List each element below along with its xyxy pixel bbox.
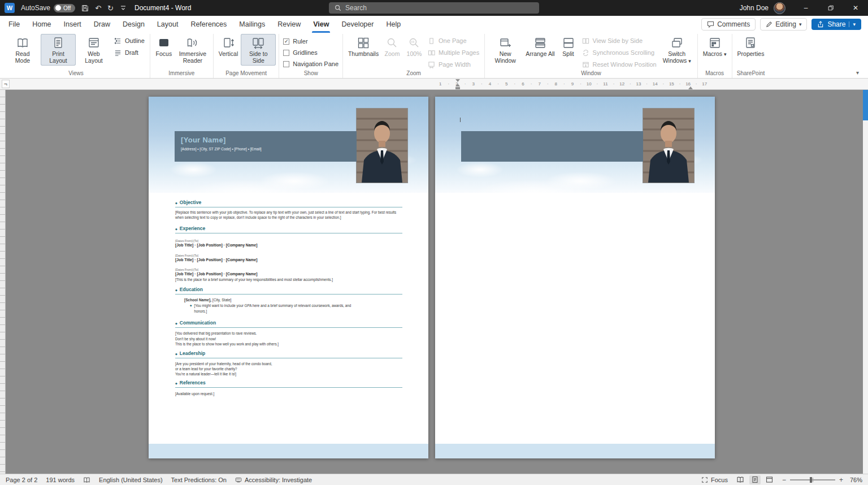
comments-button[interactable]: Comments	[701, 18, 756, 31]
close-button[interactable]: ✕	[843, 0, 868, 16]
profile-photo[interactable]	[356, 108, 408, 183]
tab-file[interactable]: File	[2, 16, 26, 33]
job-title[interactable]: [Job Title] · [Job Position] · [Company …	[175, 243, 402, 247]
left-indent-marker[interactable]	[455, 87, 460, 89]
text-predictions-status[interactable]: Text Predictions: On	[171, 477, 227, 483]
tab-help[interactable]: Help	[380, 16, 407, 33]
zoom-out-icon[interactable]: −	[782, 477, 786, 483]
section-communication-heading[interactable]: ◆Communication	[175, 320, 402, 328]
job-dates[interactable]: [Dates From]-[To]	[175, 239, 402, 242]
name-banner-empty[interactable]	[461, 131, 643, 162]
page-indicator[interactable]: Page 2 of 2	[6, 477, 37, 483]
print-layout-view-button[interactable]	[749, 475, 761, 484]
resume-contact[interactable]: [Address] • [City, ST ZIP Code] • [Phone…	[181, 147, 350, 151]
minimize-button[interactable]: –	[793, 0, 818, 16]
scrollbar-thumb[interactable]	[863, 90, 868, 120]
vertical-scrollbar[interactable]	[863, 90, 868, 474]
job-entry[interactable]: [Dates From]-[To] [Job Title] · [Job Pos…	[175, 254, 402, 262]
share-dropdown-icon[interactable]: ▾	[849, 21, 856, 27]
outline-button[interactable]: Outline	[112, 36, 147, 46]
zoom-slider[interactable]: − +	[782, 477, 843, 483]
collapse-ribbon-icon[interactable]: ▾	[856, 70, 859, 76]
section-objective-heading[interactable]: ◆Objective	[175, 200, 402, 207]
objective-text[interactable]: [Replace this sentence with your job obj…	[175, 210, 402, 220]
split-button[interactable]: Split	[558, 34, 579, 59]
tab-selector[interactable]: ¬	[2, 80, 10, 88]
profile-photo[interactable]	[643, 108, 695, 183]
redo-icon[interactable]: ↻	[107, 5, 114, 12]
undo-icon[interactable]: ↶	[95, 5, 101, 12]
ruler-checkbox[interactable]: ✓ Ruler	[282, 37, 340, 45]
web-layout-button[interactable]: Web Layout	[76, 34, 111, 66]
school-line[interactable]: [School Name], [City, State]	[184, 298, 402, 302]
read-mode-button[interactable]: Read Mode	[5, 34, 40, 66]
section-education-heading[interactable]: ◆Education	[175, 287, 402, 295]
references-text[interactable]: [Available upon request.]	[175, 391, 402, 396]
vertical-button[interactable]: Vertical	[216, 34, 240, 59]
print-layout-button[interactable]: Print Layout	[41, 34, 76, 66]
accessibility-status[interactable]: Accessibility: Investigate	[235, 477, 312, 483]
gridlines-checkbox[interactable]: Gridlines	[282, 49, 340, 57]
zoom-percentage[interactable]: 76%	[850, 477, 862, 483]
word-count[interactable]: 191 words	[46, 477, 75, 483]
section-references-heading[interactable]: ◆References	[175, 380, 402, 388]
save-icon[interactable]	[81, 5, 89, 12]
tab-view[interactable]: View	[307, 16, 335, 33]
job-title[interactable]: [Job Title] · [Job Position] · [Company …	[175, 258, 402, 262]
restore-button[interactable]	[818, 0, 843, 16]
resume-body[interactable]: ◆Objective [Replace this sentence with y…	[175, 198, 402, 396]
focus-button[interactable]: Focus	[153, 34, 175, 59]
avatar[interactable]	[774, 2, 785, 14]
zoom-thumb[interactable]	[810, 477, 812, 483]
switch-windows-button[interactable]: Switch Windows ▾	[659, 34, 695, 66]
tab-design[interactable]: Design	[116, 16, 151, 33]
job-summary[interactable]: [This is the place for a brief summary o…	[175, 277, 339, 282]
job-entry[interactable]: [Dates From]-[To] [Job Title] · [Job Pos…	[175, 268, 402, 282]
focus-mode-button[interactable]: Focus	[701, 477, 728, 483]
editing-mode-button[interactable]: Editing ▾	[760, 18, 807, 31]
arrange-all-button[interactable]: Arrange All	[523, 34, 557, 59]
communication-text[interactable]: [You delivered that big presentation to …	[175, 331, 402, 347]
hanging-indent-marker[interactable]	[455, 84, 460, 86]
side-to-side-button[interactable]: Side to Side	[241, 34, 276, 66]
section-experience-heading[interactable]: ◆Experience	[175, 226, 402, 233]
immersive-reader-button[interactable]: Immersive Reader	[175, 34, 210, 66]
tab-mailings[interactable]: Mailings	[233, 16, 271, 33]
page-1[interactable]: [Your Name] [Address] • [City, ST ZIP Co…	[149, 97, 428, 458]
thumbnails-button[interactable]: Thumbnails	[346, 34, 381, 59]
tab-review[interactable]: Review	[271, 16, 307, 33]
leadership-text[interactable]: [Are you president of your fraternity, h…	[175, 361, 402, 377]
first-line-indent-marker[interactable]	[455, 79, 460, 82]
new-window-button[interactable]: New Window	[488, 34, 523, 66]
job-entry[interactable]: [Dates From]-[To] [Job Title] · [Job Pos…	[175, 239, 402, 247]
macros-button[interactable]: Macros ▾	[701, 34, 729, 59]
page-2[interactable]	[435, 97, 715, 458]
proofing-status[interactable]	[83, 477, 90, 483]
education-bullet[interactable]: ◆[You might want to include your GPA her…	[190, 303, 402, 314]
resume-name[interactable]: [Your Name]	[181, 136, 350, 144]
section-leadership-heading[interactable]: ◆Leadership	[175, 350, 402, 358]
search-input[interactable]	[345, 4, 515, 12]
navigation-pane-checkbox[interactable]: Navigation Pane	[282, 60, 340, 68]
right-indent-marker[interactable]	[688, 85, 693, 89]
job-title[interactable]: [Job Title] · [Job Position] · [Company …	[175, 272, 402, 276]
share-button[interactable]: Share ▾	[811, 19, 861, 30]
draft-button[interactable]: Draft	[112, 47, 147, 58]
account-name[interactable]: John Doe	[740, 4, 769, 12]
name-banner[interactable]: [Your Name] [Address] • [City, ST ZIP Co…	[175, 131, 357, 162]
autosave-switch[interactable]: Off	[54, 4, 75, 12]
tab-developer[interactable]: Developer	[335, 16, 380, 33]
language-status[interactable]: English (United States)	[99, 477, 163, 483]
zoom-track[interactable]	[790, 479, 835, 480]
zoom-in-icon[interactable]: +	[839, 477, 843, 483]
tab-draw[interactable]: Draw	[88, 16, 116, 33]
quick-access-menu-icon[interactable]	[120, 5, 127, 11]
tab-references[interactable]: References	[184, 16, 233, 33]
autosave-toggle[interactable]: AutoSave Off	[21, 4, 75, 12]
web-layout-view-button[interactable]	[764, 475, 775, 484]
vertical-ruler[interactable]	[0, 90, 6, 474]
tab-layout[interactable]: Layout	[151, 16, 185, 33]
read-mode-view-button[interactable]	[735, 475, 746, 484]
job-dates[interactable]: [Dates From]-[To]	[175, 254, 402, 257]
indent-markers[interactable]	[455, 79, 461, 89]
